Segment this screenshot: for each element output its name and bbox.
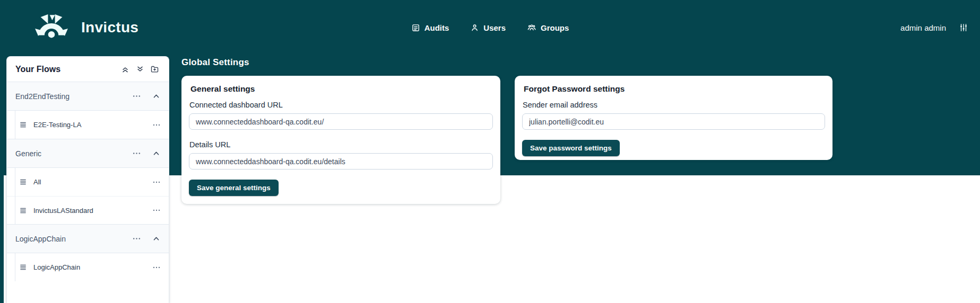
flow-group-end2endtesting[interactable]: End2EndTesting [7,82,169,111]
brand: Invictus [34,13,138,42]
details-url-input[interactable] [189,153,493,170]
flow-item-label: InvictusLAStandard [33,207,93,215]
flow-item-e2e-testing-la[interactable]: E2E-Testing-LA [7,111,169,139]
ellipsis-icon [152,178,161,186]
flow-groups: End2EndTesting E2E-Testing-LA [7,82,169,281]
field-label: Details URL [189,140,493,149]
sidebar-toolbar [119,64,160,75]
save-general-settings-button[interactable]: Save general settings [189,180,279,196]
flow-group-label: Generic [15,149,41,158]
ellipsis-icon [132,92,141,101]
nav-label: Users [483,23,506,32]
sender-email-address-input[interactable] [522,113,825,130]
ellipsis-icon [132,234,141,243]
flow-item-menu-button[interactable] [152,206,161,215]
flow-items: E2E-Testing-LA [7,111,169,139]
your-flows-panel: Your Flows End2EndTesting [6,56,169,303]
flow-icon [19,263,27,271]
top-bar: Invictus Audits Users Groups [0,0,980,55]
form-field: Details URL [189,140,493,170]
sliders-icon [959,23,968,32]
flow-item-label: E2E-Testing-LA [33,121,81,129]
flow-icon [19,121,27,129]
page-title: Global Settings [181,57,249,68]
field-label: Connected dashboard URL [189,101,493,109]
ellipsis-icon [132,149,141,158]
connected-dashboard-url-input[interactable] [189,113,493,130]
ellipsis-icon [152,121,161,129]
nav-label: Groups [541,23,569,32]
flow-item-logicappchain[interactable]: LogicAppChain [7,253,169,281]
flow-items: LogicAppChain [7,253,169,281]
flow-group-menu-button[interactable] [132,149,141,158]
flow-item-all[interactable]: All [7,168,169,196]
flow-item-menu-button[interactable] [152,121,161,129]
sidebar-header: Your Flows [7,57,169,82]
flow-group-generic[interactable]: Generic [7,139,169,168]
forgot-password-settings-card: Forgot Password settings Sender email ad… [515,76,832,160]
chevron-up-icon [152,149,160,157]
header-right: admin admin [900,23,968,32]
folder-plus-icon [150,65,159,74]
field-label: Sender email address [523,101,825,109]
sidebar-title: Your Flows [15,65,60,74]
flow-group: Generic All [7,139,169,224]
flow-item-menu-button[interactable] [152,178,161,186]
card-fields: Connected dashboard URL Details URL [189,101,493,170]
flow-group-collapse-button[interactable] [152,235,160,243]
flow-item-menu-button[interactable] [152,263,161,272]
flow-group-label: LogicAppChain [15,235,66,243]
groups-icon [527,23,536,32]
card-fields: Sender email address [522,101,825,130]
nav-audits[interactable]: Audits [411,23,449,32]
card-title: Forgot Password settings [524,84,825,94]
collapse-all-button[interactable] [119,64,131,75]
flow-group-logicappchain[interactable]: LogicAppChain [7,225,169,253]
nav-users[interactable]: Users [470,23,506,32]
main-nav: Audits Users Groups [411,0,569,55]
flow-group-collapse-button[interactable] [152,149,160,157]
brand-name: Invictus [81,19,138,36]
general-settings-card: General settings Connected dashboard URL… [181,76,500,204]
flow-group-menu-button[interactable] [132,92,141,101]
chevron-up-icon [152,235,160,243]
nav-groups[interactable]: Groups [527,23,569,32]
flow-item-label: LogicAppChain [33,263,80,271]
form-field: Connected dashboard URL [189,101,493,130]
users-icon [470,23,479,32]
flow-items: All InvictusLAStandard [7,168,169,224]
settings-sliders-button[interactable] [959,23,968,32]
user-name[interactable]: admin admin [900,23,946,32]
new-folder-button[interactable] [149,64,160,75]
expand-all-button[interactable] [134,64,145,75]
ellipsis-icon [152,263,161,272]
ellipsis-icon [152,206,161,215]
flow-group: End2EndTesting E2E-Testing-LA [7,82,169,139]
collapse-all-icon [121,65,129,74]
flow-group-collapse-button[interactable] [152,92,160,100]
audits-icon [411,23,420,32]
card-title: General settings [190,84,493,94]
expand-all-icon [136,65,144,74]
flow-group: LogicAppChain LogicAppChain [7,224,169,281]
save-password-settings-button[interactable]: Save password settings [522,140,620,156]
flow-group-label: End2EndTesting [15,92,70,101]
flow-item-label: All [33,178,41,186]
form-field: Sender email address [522,101,825,130]
flow-item-invictuslastandard[interactable]: InvictusLAStandard [7,196,169,224]
nav-label: Audits [424,23,449,32]
flow-group-menu-button[interactable] [132,234,141,243]
flow-icon [19,207,27,215]
chevron-up-icon [152,92,160,100]
invictus-logo-icon [34,13,69,42]
flow-icon [19,178,27,186]
